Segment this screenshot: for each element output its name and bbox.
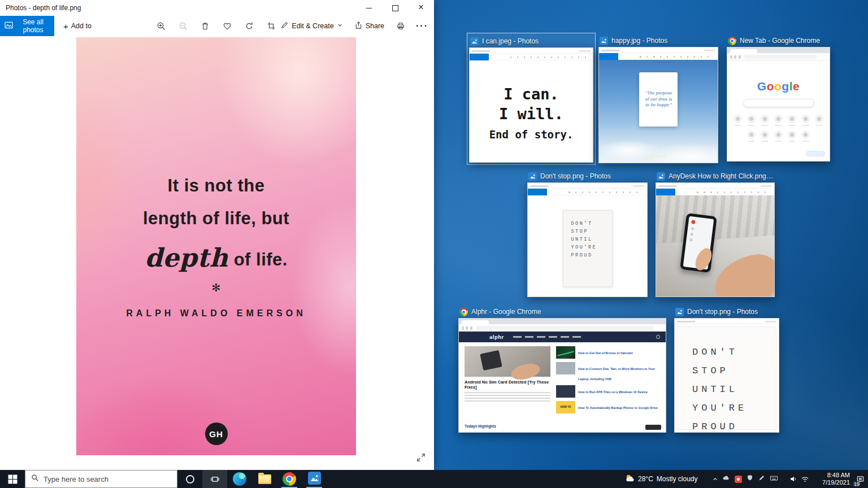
plus-icon [63, 21, 68, 31]
quote-word-depth: depth [145, 243, 228, 273]
task-view-button[interactable] [202, 470, 227, 488]
quote-author: RALPH WALDO EMERSON [76, 308, 356, 319]
google-logo: Google [757, 80, 800, 93]
anydesk-icon[interactable] [735, 476, 742, 483]
mini-address-bar [459, 324, 666, 332]
snap-thumbnail-label: Don't stop.png - Photos [674, 306, 779, 318]
snap-thumbnail-dontstop[interactable]: Don't stop.png - Photos DON'TSTOPUNTILYO… [526, 168, 649, 299]
network-wifi-icon[interactable] [799, 470, 810, 488]
see-all-photos-button[interactable]: See all photos [0, 16, 54, 36]
quote-text: “The purpose of our lives is to be happy… [643, 90, 674, 108]
taskbar-edge-icon[interactable] [227, 470, 252, 488]
alphr-logo: alphr [489, 334, 504, 340]
shortcut-row [734, 115, 823, 123]
article-excerpt [465, 392, 550, 402]
chrome-app-icon [459, 308, 468, 316]
quote-line-2: length of life, but [76, 208, 356, 229]
gh-logo: GH [205, 422, 228, 445]
close-button[interactable] [408, 0, 434, 16]
site-header: alphr [459, 332, 666, 342]
snap-thumbnail-label: Don't stop.png - Photos [527, 170, 648, 182]
snap-thumbnail-dontstop-2[interactable]: Don't stop.png - Photos DON'TSTOPUNTILYO… [672, 304, 781, 434]
system-tray [722, 470, 778, 488]
crop-button[interactable] [264, 18, 279, 34]
google-search-bar [743, 99, 814, 107]
snap-thumbnail-label: New Tab - Google Chrome [727, 34, 830, 47]
preview-image-anydesk [656, 195, 774, 297]
expand-icon[interactable] [415, 452, 427, 464]
mini-titlebar [599, 47, 718, 53]
pen-icon[interactable] [758, 474, 766, 484]
snap-thumbnail-title: Don't stop.png - Photos [687, 308, 758, 316]
search-box[interactable]: Type here to search [25, 470, 177, 488]
section-title: Todays Highlights [465, 424, 550, 428]
mini-photos-toolbar [528, 189, 647, 195]
snap-thumbnail-title: Don't stop.png - Photos [540, 172, 611, 180]
snap-thumbnail-chrome-newtab[interactable]: New Tab - Google Chrome Google [725, 33, 832, 163]
snap-thumbnail-title: happy.jpg - Photos [611, 37, 667, 45]
rotate-button[interactable] [242, 18, 257, 34]
touch-keyboard-icon[interactable] [770, 474, 778, 485]
add-to-button[interactable]: Add to [61, 21, 94, 31]
weather-icon [625, 473, 635, 485]
cortana-icon [186, 475, 194, 483]
photo-image: It is not the length of life, but deptho… [76, 37, 356, 455]
volume-icon[interactable] [788, 470, 799, 488]
mini-titlebar [470, 48, 593, 54]
share-icon [354, 21, 363, 31]
print-button[interactable] [393, 18, 408, 34]
start-button[interactable] [0, 470, 25, 488]
snap-thumbnail-happy[interactable]: happy.jpg - Photos “The purpose of our l… [597, 33, 720, 165]
article-thumb [556, 346, 575, 359]
chevron-down-icon [337, 22, 343, 30]
ornament-icon: ✻ [76, 281, 356, 294]
customize-chrome-button [806, 151, 825, 156]
cortana-button[interactable] [177, 470, 202, 488]
snap-thumbnail-title: I can.jpeg - Photos [482, 37, 539, 45]
snap-thumbnail-anydesk[interactable]: AnyDesk How to Right Click.png - Pho... [654, 168, 776, 299]
snap-thumbnail-ican[interactable]: I can.jpeg - Photos I can. I will. End o… [467, 33, 596, 165]
clock[interactable]: 8:48 AM 7/19/2021 [813, 470, 850, 488]
snap-thumbnail-alphr[interactable]: Alphr - Google Chrome alphr Android No S… [457, 304, 668, 434]
screen: I can.jpeg - Photos I can. I will. End o… [0, 0, 868, 488]
see-more-button[interactable] [415, 18, 429, 34]
snap-thumbnail-label: I can.jpeg - Photos [469, 35, 593, 47]
zoom-in-button[interactable] [154, 18, 168, 34]
folder-icon [258, 474, 271, 484]
snap-thumbnail-label: happy.jpg - Photos [598, 34, 718, 47]
taskbar: Type here to search 28°C Mostly cloudy [0, 470, 868, 488]
snap-thumbnail-label: Alphr - Google Chrome [458, 306, 666, 318]
onedrive-cloud-icon[interactable] [722, 474, 731, 485]
snap-thumbnail-title: New Tab - Google Chrome [740, 37, 820, 45]
taskbar-chrome-icon[interactable] [277, 470, 302, 488]
snap-thumbnail-title: Alphr - Google Chrome [471, 308, 541, 316]
share-button[interactable]: Share [352, 21, 387, 31]
quote-page: DON'TSTOPUNTILYOU'REPROUD [563, 210, 613, 287]
maximize-button[interactable] [382, 0, 408, 16]
security-shield-icon[interactable] [746, 474, 754, 484]
favorite-heart-button[interactable] [220, 18, 235, 34]
action-center-button[interactable]: 19 [852, 470, 868, 488]
weather-widget[interactable]: 28°C Mostly cloudy [625, 470, 698, 488]
titlebar[interactable]: Photos - depth of life.png [0, 0, 434, 16]
taskbar-file-explorer-icon[interactable] [252, 470, 277, 488]
share-label: Share [366, 22, 384, 30]
show-hidden-icons-button[interactable] [709, 470, 721, 488]
time-text: 8:48 AM [813, 472, 850, 479]
zoom-out-button[interactable] [176, 18, 190, 34]
mini-titlebar [528, 183, 647, 189]
taskbar-photos-icon[interactable] [302, 470, 327, 488]
chrome-icon [283, 472, 296, 486]
photos-app-icon [470, 37, 479, 46]
window-preview [656, 182, 775, 297]
edit-create-button[interactable]: Edit & Create [278, 21, 345, 31]
minimize-button[interactable] [356, 0, 382, 16]
photos-app-icon [600, 37, 608, 45]
see-all-photos-label: See all photos [16, 18, 50, 34]
photos-window: Photos - depth of life.png See all photo… [0, 0, 434, 470]
search-icon [31, 474, 39, 484]
article-row: How to Run APK Files on a Windows 10 Dev… [556, 385, 660, 398]
delete-button[interactable] [198, 18, 212, 34]
window-preview: DON'TSTOPUNTILYOU'REPROUD [527, 182, 648, 297]
notification-count-badge: 19 [853, 481, 861, 487]
